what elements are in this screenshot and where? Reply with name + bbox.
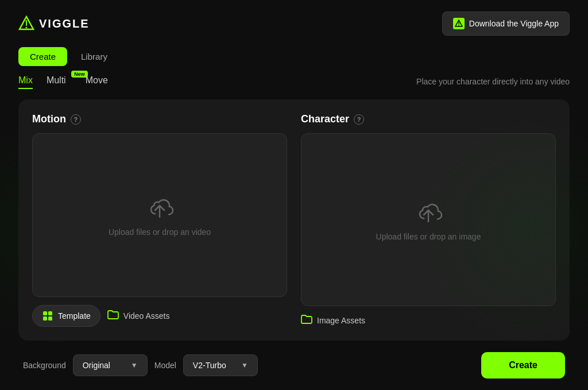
motion-upload-area[interactable]: Upload files or drop an video [32, 133, 287, 297]
character-help-icon[interactable]: ? [354, 114, 364, 125]
motion-upload-text: Upload files or drop an video [109, 227, 211, 237]
subtab-mix[interactable]: Mix [18, 75, 33, 88]
motion-help-icon[interactable]: ? [71, 114, 81, 125]
background-value: Original [83, 361, 110, 370]
logo-text: VIGGLE [39, 17, 90, 30]
tab-library[interactable]: Library [69, 47, 119, 66]
motion-section: Motion ? Upload files or drop an video [32, 113, 287, 327]
sub-tabs: Mix Multi New Move Place your character … [18, 75, 570, 88]
svg-rect-9 [48, 316, 52, 321]
model-dropdown[interactable]: V2-Turbo ▼ [183, 354, 258, 376]
tab-create[interactable]: Create [18, 47, 67, 66]
model-chevron-icon: ▼ [241, 361, 248, 369]
character-actions: Image Assets [301, 314, 556, 327]
model-label: Model [154, 361, 176, 370]
viggle-logo-icon [18, 16, 34, 32]
upload-sections: Motion ? Upload files or drop an video [32, 113, 556, 327]
svg-rect-7 [48, 311, 52, 315]
motion-actions: Template Video Assets [32, 305, 287, 327]
background-chevron-icon: ▼ [131, 361, 138, 369]
template-grid-icon [42, 310, 53, 322]
image-folder-icon [301, 314, 312, 327]
character-upload-area[interactable]: Upload files or drop an image [301, 133, 556, 306]
svg-rect-6 [43, 311, 47, 315]
bottom-bar-left: Background Original ▼ Model V2-Turbo ▼ [23, 354, 472, 376]
background-dropdown[interactable]: Original ▼ [73, 354, 148, 376]
bottom-bar: Background Original ▼ Model V2-Turbo ▼ C… [18, 352, 570, 379]
folder-icon [107, 310, 119, 322]
sub-tabs-left: Mix Multi New Move [18, 75, 108, 88]
nav-tabs: Create Library [18, 47, 570, 66]
create-final-button[interactable]: Create [481, 352, 565, 379]
video-assets-button[interactable]: Video Assets [107, 310, 170, 322]
character-title: Character ? [301, 113, 556, 125]
subtab-move[interactable]: Move [86, 75, 108, 88]
character-upload-text: Upload files or drop an image [376, 232, 481, 241]
logo: VIGGLE [18, 16, 90, 32]
character-section: Character ? Upload files or drop an imag… [301, 113, 556, 327]
image-assets-button[interactable]: Image Assets [301, 314, 365, 327]
sub-tabs-description: Place your character directly into any v… [416, 77, 570, 86]
svg-point-5 [458, 25, 459, 26]
character-upload-cloud-icon [412, 199, 444, 225]
download-btn-label: Download the Viggle App [469, 19, 559, 28]
background-label: Background [23, 361, 66, 370]
header: VIGGLE Download the Viggle App [18, 11, 570, 36]
viggle-v-icon [453, 18, 465, 29]
main-panel: Motion ? Upload files or drop an video [18, 99, 570, 341]
download-app-button[interactable]: Download the Viggle App [442, 11, 570, 36]
svg-rect-8 [43, 316, 47, 321]
model-value: V2-Turbo [193, 361, 226, 370]
subtab-multi[interactable]: Multi New [47, 75, 72, 88]
template-button[interactable]: Template [32, 305, 100, 327]
motion-title: Motion ? [32, 113, 287, 125]
motion-upload-cloud-icon [144, 194, 176, 221]
svg-point-2 [26, 27, 28, 29]
app-container: VIGGLE Download the Viggle App Create Li… [0, 0, 588, 390]
